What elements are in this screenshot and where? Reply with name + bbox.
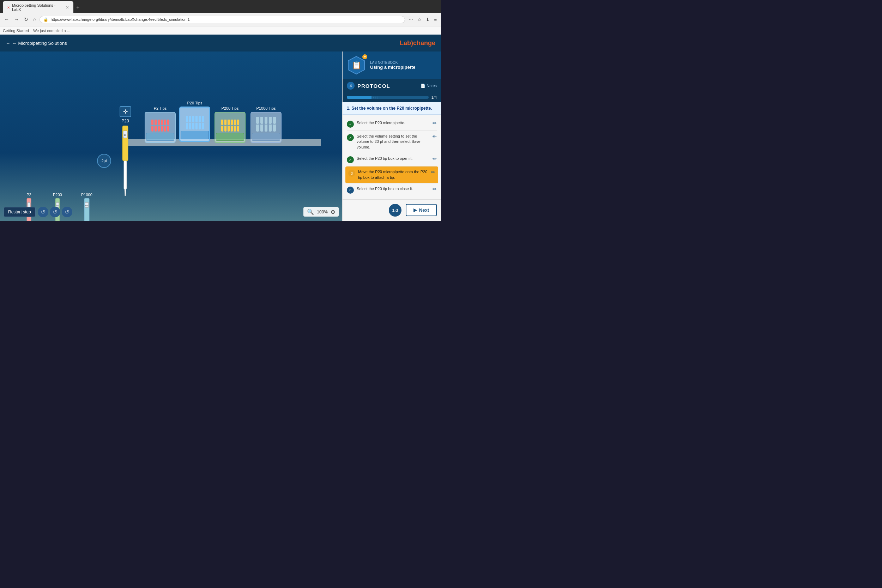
back-button[interactable]: ← [3, 16, 10, 23]
back-arrow-icon: ← [6, 40, 10, 46]
progress-count: 1/4 [432, 95, 437, 99]
step-edit-d[interactable]: ✏ [431, 169, 435, 175]
chevron-icon-3: › [377, 95, 378, 100]
download-icon[interactable]: ⬇ [424, 16, 431, 23]
undo-button-3[interactable]: ↺ [62, 207, 72, 217]
step-icon-e: e [347, 187, 354, 194]
p20-label: P20 [122, 118, 129, 123]
bookmark-icon[interactable]: ☆ [416, 16, 423, 23]
move-icon[interactable]: ✛ [120, 106, 131, 117]
zoom-in-button[interactable]: ⊕ [331, 208, 335, 215]
p200-stand-label: P200 [53, 193, 62, 197]
protocol-title: PROTOCOL [357, 83, 420, 89]
next-button[interactable]: ▶ Next [406, 204, 437, 216]
panel-footer: 1.d ▶ Next [343, 199, 441, 221]
svg-text:📋: 📋 [352, 60, 362, 70]
step-edit-e[interactable]: ✏ [432, 186, 437, 192]
step-text-b: Select the volume setting to set the vol… [357, 134, 430, 150]
step-edit-b[interactable]: ✏ [432, 134, 437, 140]
p2-tips-box[interactable]: P2 Tips [145, 106, 176, 143]
bookmark-compiled[interactable]: We just compiled a ... [33, 28, 70, 33]
zoom-controls: 🔍 100% ⊕ [303, 207, 339, 217]
step-icon-b: ✓ [347, 134, 354, 141]
notebook-icon-container: 📋 ✏ [347, 56, 366, 75]
p1000-tips-box[interactable]: P1000 Tips [250, 106, 282, 143]
svg-text:20: 20 [124, 134, 127, 136]
forward-button[interactable]: → [13, 16, 21, 23]
step-item-b: ✓ Select the volume setting to set the v… [347, 131, 437, 153]
step-indicator: 1.d [389, 204, 402, 217]
tab-bar: ✕ Micropipetting Solutions - LabX ✕ + [0, 0, 441, 13]
bottom-controls: Restart step ↺ ↺ ↺ 🔍 100% ⊕ [3, 207, 339, 217]
step-text-d: Move the P20 micropipette onto the P20 t… [358, 169, 428, 180]
svg-marker-4 [124, 189, 126, 196]
p20-tips-label: P20 Tips [179, 101, 210, 105]
bookmark-getting-started[interactable]: Getting Started [3, 28, 29, 33]
logo-text1: Lab [400, 39, 411, 46]
home-button[interactable]: ⌂ [32, 16, 38, 23]
p20-micropipette[interactable]: ✛ P20 20 [118, 106, 132, 196]
logo-text2: change [413, 39, 435, 46]
active-tab[interactable]: ✕ Micropipetting Solutions - LabX ✕ [3, 1, 74, 14]
p200-tips-box[interactable]: P200 Tips [214, 106, 246, 143]
tab-title: Micropipetting Solutions - LabX [12, 3, 63, 12]
p2-stand-label: P2 [27, 193, 31, 197]
step-text-a: Select the P20 micropipette. [357, 120, 430, 126]
undo-button-1[interactable]: ↺ [38, 207, 48, 217]
steps-list: ✓ Select the P20 micropipette. ✏ ✓ Selec… [343, 115, 441, 199]
right-panel: 📋 ✏ LAB NOTEBOOK Using a micropipette 4 … [342, 51, 441, 221]
bookmarks-bar: Getting Started We just compiled a ... [0, 26, 441, 34]
restart-button[interactable]: Restart step [3, 207, 36, 217]
next-label: Next [419, 207, 429, 213]
progress-track: › › › [347, 96, 429, 99]
browser-chrome: ✕ Micropipetting Solutions - LabX ✕ + ← … [0, 0, 441, 34]
p1000-tips-label: P1000 Tips [250, 106, 282, 110]
step-item-d: d Move the P20 micropipette onto the P20… [345, 166, 438, 183]
step-edit-a[interactable]: ✏ [432, 120, 437, 126]
step-header-text: 1. Set the volume on the P20 micropipett… [347, 106, 437, 111]
progress-fill [347, 96, 372, 99]
p20-pipette-svg: 20 [118, 126, 132, 196]
chevron-icon-1: › [373, 95, 374, 100]
toolbar-actions: ⋯ ☆ ⬇ ≡ [407, 16, 438, 23]
security-icon: 🔒 [44, 17, 48, 22]
undo-controls: ↺ ↺ ↺ [38, 207, 72, 217]
logo: Lab)change [400, 39, 435, 47]
step-text-e: Select the P20 tip box to close it. [357, 186, 430, 192]
address-bar[interactable]: 🔒 https://www.labxchange.org/library/ite… [39, 16, 405, 23]
svg-rect-3 [124, 161, 127, 189]
current-step-header: 1. Set the volume on the P20 micropipett… [343, 102, 441, 115]
notebook-text: LAB NOTEBOOK Using a micropipette [370, 61, 416, 70]
step-icon-c: ✓ [347, 156, 354, 164]
p20-tips-box[interactable]: P20 Tips [179, 101, 210, 142]
step-item-a: ✓ Select the P20 micropipette. ✏ [347, 117, 437, 131]
page-title: ← Micropipetting Solutions [12, 40, 67, 46]
new-tab-button[interactable]: + [74, 3, 82, 11]
chevron-icon-2: › [375, 95, 376, 100]
protocol-header: 4 PROTOCOL 📄 Notes [343, 79, 441, 92]
step-icon-d: d [348, 170, 355, 177]
simulation-area[interactable]: ✛ P20 20 2µl P2 Tips [0, 51, 342, 221]
step-item-c: ✓ Select the P20 tip box to open it. ✏ [347, 153, 437, 166]
step-text-c: Select the P20 tip box to open it. [357, 156, 430, 161]
tab-close-btn[interactable]: ✕ [66, 5, 69, 10]
undo-button-2[interactable]: ↺ [50, 207, 60, 217]
notes-button[interactable]: 📄 Notes [420, 84, 437, 88]
menu-icon[interactable]: ≡ [432, 16, 438, 23]
progress-bar-container: › › › 1/4 [343, 92, 441, 102]
p2-tips-label: P2 Tips [145, 106, 176, 110]
next-arrow-icon: ▶ [414, 207, 417, 213]
zoom-out-button[interactable]: 🔍 [307, 208, 314, 215]
protocol-number: 4 [347, 82, 355, 90]
step-item-e: e Select the P20 tip box to close it. ✏ [347, 183, 437, 196]
reload-button[interactable]: ↻ [22, 16, 30, 23]
back-navigation[interactable]: ← ← Micropipetting Solutions [6, 40, 67, 46]
step-edit-c[interactable]: ✏ [432, 156, 437, 162]
browser-toolbar: ← → ↻ ⌂ 🔒 https://www.labxchange.org/lib… [0, 13, 441, 26]
app-body: ✛ P20 20 2µl P2 Tips [0, 51, 441, 221]
notebook-subtitle: LAB NOTEBOOK [370, 61, 416, 64]
notebook-title: Using a micropipette [370, 64, 416, 70]
step-icon-a: ✓ [347, 121, 354, 128]
extensions-icon[interactable]: ⋯ [407, 16, 414, 23]
url-display: https://www.labxchange.org/library/items… [51, 17, 401, 21]
